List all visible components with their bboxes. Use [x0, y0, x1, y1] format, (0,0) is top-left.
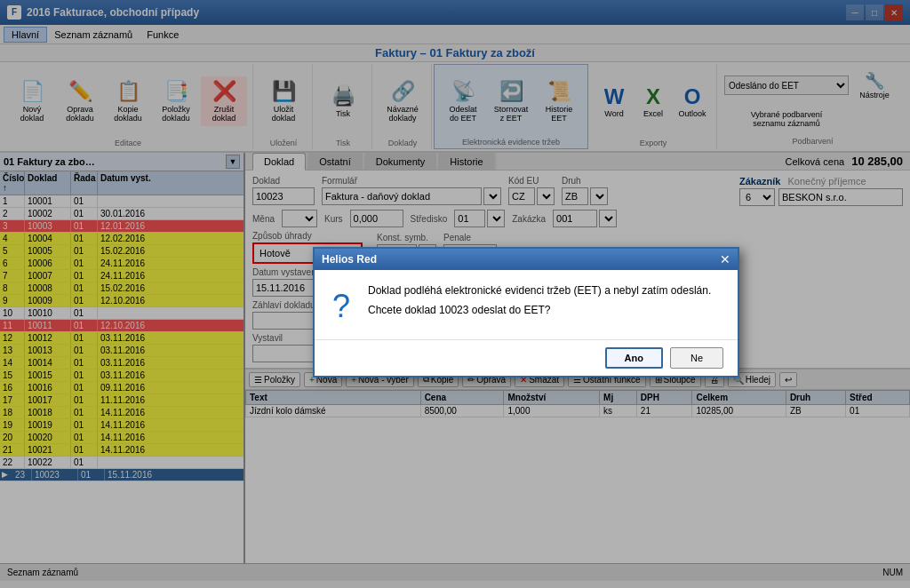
modal-question-icon: ?: [332, 288, 350, 325]
modal-message1: Doklad podléhá elektronické evidenci trž…: [368, 284, 711, 297]
modal-body: ? Doklad podléhá elektronické evidenci t…: [315, 270, 738, 339]
modal-message2: Chcete doklad 10023 odeslat do EET?: [368, 304, 711, 316]
modal-title-text: Helios Red: [322, 253, 377, 266]
modal-ano-button[interactable]: Ano: [605, 347, 663, 369]
modal-text-area: Doklad podléhá elektronické evidenci trž…: [368, 284, 711, 316]
modal-close-button[interactable]: ✕: [720, 252, 730, 266]
modal-dialog: Helios Red ✕ ? Doklad podléhá elektronic…: [313, 247, 739, 377]
modal-footer: Ano Ne: [315, 339, 738, 376]
modal-title-bar: Helios Red ✕: [315, 249, 738, 270]
modal-overlay: Helios Red ✕ ? Doklad podléhá elektronic…: [0, 0, 910, 588]
modal-ne-button[interactable]: Ne: [670, 347, 723, 369]
